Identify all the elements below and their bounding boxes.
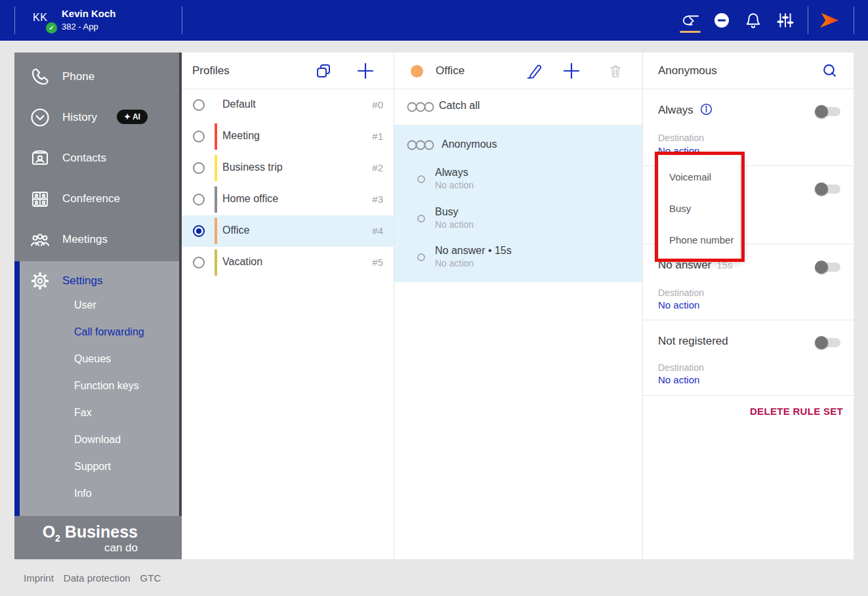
people-icon bbox=[30, 229, 51, 250]
sidebar-item-conference[interactable]: Conference bbox=[14, 184, 182, 213]
audio-sliders-icon[interactable] bbox=[775, 11, 796, 30]
footer-link-gtc[interactable]: GTC bbox=[140, 572, 161, 584]
sidebar-item-history[interactable]: History ✦ AI bbox=[14, 103, 182, 132]
sub-rule-action: No action bbox=[435, 180, 474, 190]
circle-icon bbox=[417, 253, 425, 261]
radio-unselected-icon[interactable] bbox=[193, 131, 205, 142]
rules-header: Office bbox=[394, 53, 642, 89]
profile-row-default[interactable]: Default #0 bbox=[182, 89, 394, 121]
circle-icon bbox=[417, 175, 425, 183]
detail-title: Anonymous bbox=[658, 64, 717, 77]
section-title-always: Always bbox=[658, 103, 713, 117]
settings-active-bar bbox=[14, 261, 20, 516]
profile-color-bar bbox=[215, 186, 217, 213]
profile-row-meeting[interactable]: Meeting #1 bbox=[182, 121, 394, 152]
sidebar-item-label: Phone bbox=[62, 70, 94, 83]
avatar[interactable]: KK ✓ bbox=[33, 12, 59, 34]
profiles-panel: Profiles Default #0 Meeting #1 bbox=[182, 53, 394, 559]
sub-rule-busy[interactable]: Busy No action bbox=[394, 205, 643, 240]
dropdown-option-phone-number[interactable]: Phone number bbox=[659, 224, 740, 255]
settings-item-fax[interactable]: Fax bbox=[74, 407, 179, 423]
sidebar-item-phone[interactable]: Phone bbox=[14, 62, 182, 91]
history-clock-icon bbox=[30, 107, 51, 128]
destination-value-link[interactable]: No action bbox=[658, 145, 699, 156]
rule-detail-panel: Anonymous Always Destination No action N… bbox=[642, 53, 854, 559]
rule-row-catch-all[interactable]: Catch all bbox=[394, 89, 643, 125]
settings-item-support[interactable]: Support bbox=[74, 461, 179, 477]
sidebar-item-label: History bbox=[62, 111, 97, 124]
sidebar-item-label: Settings bbox=[62, 274, 102, 287]
section-title-not-registered: Not registered bbox=[658, 335, 728, 348]
destination-label: Destination bbox=[658, 133, 704, 143]
radio-unselected-icon[interactable] bbox=[193, 162, 205, 174]
profile-row-vacation[interactable]: Vacation #5 bbox=[182, 247, 394, 278]
sidebar-item-contacts[interactable]: Contacts bbox=[14, 144, 182, 173]
profile-row-home-office[interactable]: Home office #3 bbox=[182, 184, 394, 215]
rule-name: Catch all bbox=[439, 100, 480, 112]
section-title-no-answer: No answer15s bbox=[658, 259, 732, 272]
toggle-always[interactable] bbox=[817, 107, 840, 116]
dropdown-option-busy[interactable]: Busy bbox=[659, 192, 740, 224]
radio-unselected-icon[interactable] bbox=[193, 257, 205, 268]
toggle-no-answer[interactable] bbox=[817, 263, 840, 272]
settings-item-info[interactable]: Info bbox=[74, 488, 179, 503]
sub-rule-no-answer[interactable]: No answer • 15s No action bbox=[394, 244, 643, 278]
settings-item-queues[interactable]: Queues bbox=[74, 353, 179, 369]
sub-rule-always[interactable]: Always No action bbox=[394, 166, 643, 200]
profile-name: Default bbox=[222, 98, 256, 110]
detail-header: Anonymous bbox=[643, 53, 854, 89]
profile-color-bar bbox=[215, 249, 217, 276]
radio-unselected-icon[interactable] bbox=[193, 99, 205, 111]
profile-name: Meeting bbox=[222, 130, 260, 142]
three-circles-icon bbox=[407, 138, 436, 152]
profile-name: Vacation bbox=[222, 256, 262, 268]
brand-arrow-icon bbox=[819, 11, 840, 30]
search-icon[interactable] bbox=[821, 62, 838, 79]
radio-selected-icon[interactable] bbox=[193, 225, 205, 237]
do-not-disturb-icon[interactable] bbox=[711, 11, 732, 30]
footer-link-data-protection[interactable]: Data protection bbox=[64, 572, 131, 584]
sidebar-nav: Phone History ✦ AI bbox=[14, 53, 182, 261]
footer: Imprint Data protection GTC bbox=[24, 572, 161, 584]
profile-number: #3 bbox=[372, 194, 383, 205]
edit-pencil-icon[interactable] bbox=[526, 62, 543, 79]
add-rule-icon[interactable] bbox=[563, 62, 580, 79]
info-icon[interactable] bbox=[700, 103, 713, 116]
section-divider bbox=[643, 395, 854, 396]
dropdown-option-voicemail[interactable]: Voicemail bbox=[659, 161, 740, 192]
settings-item-call-forwarding[interactable]: Call forwarding bbox=[74, 326, 179, 342]
trash-icon[interactable] bbox=[607, 62, 624, 79]
duplicate-profile-icon[interactable] bbox=[315, 62, 332, 79]
rule-name: Anonymous bbox=[442, 138, 497, 150]
sidebar-settings-section: Settings User Call forwarding Queues Fun… bbox=[14, 261, 182, 516]
delete-rule-set-button[interactable]: DELETE RULE SET bbox=[750, 406, 843, 417]
add-profile-icon[interactable] bbox=[357, 62, 374, 79]
footer-link-imprint[interactable]: Imprint bbox=[24, 572, 54, 584]
sidebar-item-settings[interactable]: Settings bbox=[14, 266, 182, 295]
profile-row-business-trip[interactable]: Business trip #2 bbox=[182, 152, 394, 184]
call-forwarding-icon[interactable] bbox=[680, 11, 701, 30]
o2-business-logo: O2 Business can do bbox=[14, 516, 182, 559]
sub-rule-name: No answer • 15s bbox=[435, 245, 512, 257]
avatar-initials: KK bbox=[33, 12, 47, 23]
sub-rule-name: Always bbox=[435, 167, 468, 179]
conference-grid-icon bbox=[30, 188, 51, 209]
destination-value-link[interactable]: No action bbox=[658, 299, 699, 310]
destination-label: Destination bbox=[658, 362, 704, 373]
profile-color-bar bbox=[215, 155, 217, 181]
section-divider bbox=[643, 320, 854, 320]
phone-icon bbox=[30, 66, 51, 87]
rule-group-anonymous[interactable]: Anonymous Always No action Busy No actio… bbox=[394, 125, 643, 282]
sidebar-item-meetings[interactable]: Meetings bbox=[14, 225, 182, 254]
destination-value-link[interactable]: No action bbox=[658, 374, 699, 385]
radio-unselected-icon[interactable] bbox=[193, 194, 205, 205]
settings-item-function-keys[interactable]: Function keys bbox=[74, 380, 179, 396]
profile-name: Home office bbox=[222, 193, 278, 205]
toggle-not-registered[interactable] bbox=[817, 338, 840, 347]
profile-row-office[interactable]: Office #4 bbox=[182, 215, 394, 247]
toggle-busy[interactable] bbox=[817, 184, 840, 194]
notifications-bell-icon[interactable] bbox=[743, 11, 764, 30]
settings-item-download[interactable]: Download bbox=[74, 434, 179, 450]
settings-item-user[interactable]: User bbox=[74, 299, 179, 315]
top-bar: KK ✓ Kevin Koch 382 - App bbox=[0, 0, 868, 41]
